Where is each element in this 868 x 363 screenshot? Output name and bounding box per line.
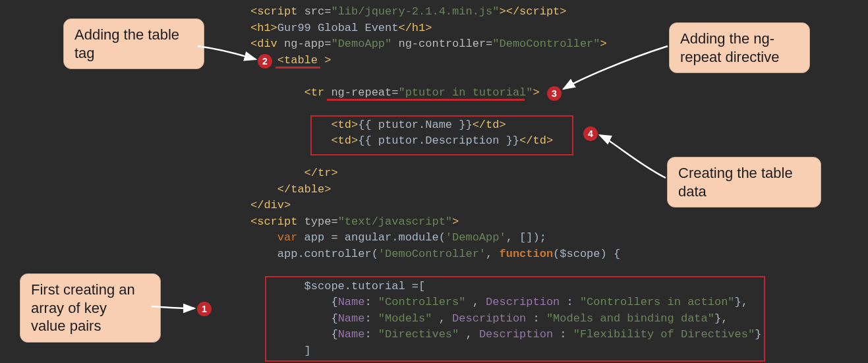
highlight-td-box [310, 115, 573, 155]
marker-1: 1 [197, 302, 212, 316]
callout-table-tag: Adding the tabletag [63, 18, 204, 69]
marker-4: 4 [583, 126, 598, 141]
callout-ngrepeat: Adding the ng-repeat directive [669, 22, 810, 73]
callout-table-data: Creating the tabledata [667, 157, 821, 208]
callout-array: First creating anarray of keyvalue pairs [20, 273, 161, 343]
underline-ngrepeat [327, 99, 525, 101]
marker-3: 3 [547, 86, 562, 101]
marker-2: 2 [258, 54, 272, 69]
highlight-array-box [265, 276, 765, 362]
underline-table [275, 67, 320, 69]
